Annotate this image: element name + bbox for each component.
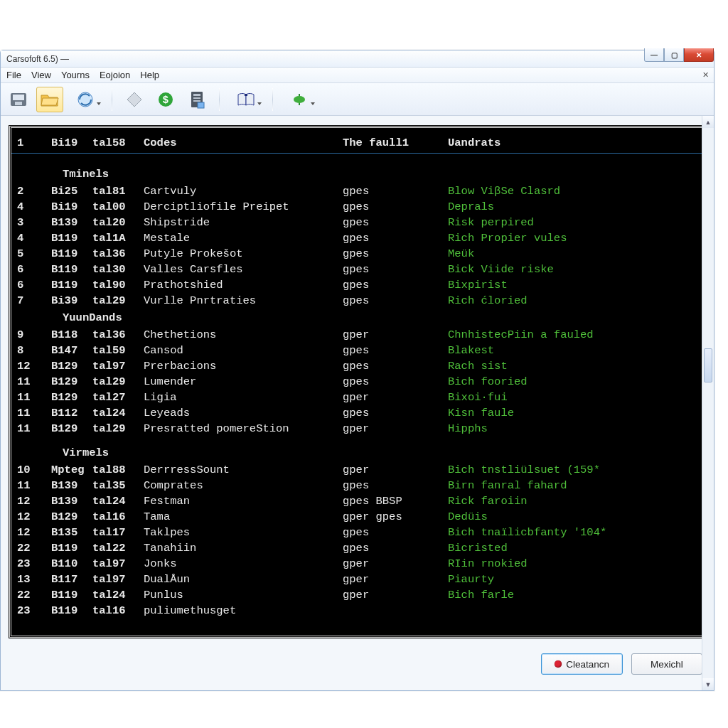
table-row[interactable]: 4B119tal1AMestalegpesRich Propier vules: [11, 230, 703, 246]
table-row[interactable]: 7Bi39tal29Vurlle PnrtratiesgpesRich ćlor…: [11, 293, 703, 309]
table-row[interactable]: 12B129tal16Tamagper gpesDedüis: [11, 509, 703, 525]
svg-rect-8: [193, 97, 200, 99]
table-row[interactable]: 6B119tal90PrathotshiedgpesBixpirist: [11, 277, 703, 293]
menu-file[interactable]: File: [4, 68, 28, 82]
cell-uandrats: Kisn faule: [448, 405, 690, 421]
cell-b: Bi19: [51, 199, 92, 215]
mex-button[interactable]: Mexichl: [631, 653, 702, 675]
table-row[interactable]: 11B129tal27LigiagperBixoi·fui: [11, 390, 703, 405]
tab-close-icon[interactable]: ✕: [700, 69, 711, 80]
cell-code: Presratted pomereStion: [144, 421, 343, 437]
table-row[interactable]: 22B119tal22TanahiingpesBicristed: [11, 540, 703, 556]
cell-index: 6: [17, 262, 51, 277]
cell-index: 23: [17, 556, 51, 572]
table-row[interactable]: 10Mptegtal88DerrressSountgperBich tnstli…: [11, 462, 703, 478]
toolbar-document-button[interactable]: [183, 87, 210, 112]
cell-t: tal29: [92, 374, 144, 390]
table-row[interactable]: 11B112tal24LeyeadsgpesKisn faule: [11, 405, 703, 421]
titlebar[interactable]: Carsofoft 6.5) — — ▢ ✕: [1, 50, 714, 68]
cell-b: B139: [51, 478, 92, 493]
table-row[interactable]: 9B118tal36ChethetionsgperChnhistecPiin a…: [11, 327, 703, 343]
cell-t: tal88: [92, 462, 144, 478]
table-row[interactable]: 12B135tal17TaklpesgpesBich tnaïlicbfanty…: [11, 525, 703, 540]
cell-code: Punlus: [144, 587, 343, 603]
cell-code: Comprates: [144, 478, 343, 493]
cell-uandrats: Bich fooried: [448, 374, 690, 390]
cell-uandrats: Birn fanral fahard: [448, 478, 690, 493]
cell-index: 12: [17, 509, 51, 525]
diamond-icon: [126, 91, 143, 108]
cell-t: tal17: [92, 525, 144, 540]
table-row[interactable]: 11B139tal35CompratesgpesBirn fanral faha…: [11, 478, 703, 493]
scroll-track[interactable]: [702, 128, 714, 678]
menu-help[interactable]: Help: [137, 68, 166, 82]
cell-uandrats: RIin rnokied: [448, 556, 690, 572]
maximize-button[interactable]: ▢: [664, 48, 684, 62]
table-row[interactable]: 5B119tal36Putyle ProkešotgpesMeük: [11, 246, 703, 262]
close-button[interactable]: ✕: [684, 48, 714, 62]
svg-rect-7: [193, 94, 200, 96]
table-row[interactable]: 12B139tal24Festmangpes BBSPRick faroiin: [11, 493, 703, 509]
cell-b: B135: [51, 525, 92, 540]
cell-uandrats: Bixoi·fui: [448, 390, 690, 405]
table-row[interactable]: 11B129tal29LumendergpesBich fooried: [11, 374, 703, 390]
scroll-down-icon[interactable]: ▼: [702, 678, 714, 690]
cell-index: 3: [17, 215, 51, 230]
menu-eojoion[interactable]: Eojoion: [97, 68, 137, 82]
cell-t: tal36: [92, 246, 144, 262]
vertical-scrollbar[interactable]: ▲ ▼: [702, 116, 714, 690]
cell-fault: gpes: [343, 246, 448, 262]
cell-uandrats: Rach sist: [448, 358, 690, 374]
scroll-thumb[interactable]: [704, 348, 712, 382]
clear-button[interactable]: Cleatancn: [541, 653, 623, 675]
cell-code: Cartvuly: [144, 183, 343, 199]
cell-b: B139: [51, 215, 92, 230]
toolbar-open-button[interactable]: [36, 87, 63, 112]
cell-uandrats: Blow ViβSe Clasrd: [448, 183, 690, 199]
toolbar-diamond-button[interactable]: [121, 87, 148, 112]
cell-code: Chethetions: [144, 327, 343, 343]
toolbar-marker-button[interactable]: [282, 87, 317, 112]
record-dot-icon: [555, 660, 562, 668]
cell-b: B119: [51, 262, 92, 277]
table-row[interactable]: 11B129tal29Presratted pomereStiongperHip…: [11, 421, 703, 437]
cell-uandrats: Hipphs: [448, 421, 690, 437]
folder-open-icon: [40, 92, 60, 107]
toolbar-book-button[interactable]: [228, 87, 264, 112]
table-row[interactable]: 23B119tal16puliumethusget: [11, 603, 703, 619]
menu-yourns[interactable]: Yourns: [58, 68, 97, 82]
marker-icon: [291, 91, 308, 108]
table-row[interactable]: 6B119tal30Valles CarsflesgpesBick Viide …: [11, 262, 703, 277]
hdr-index: 1: [17, 135, 51, 151]
cell-fault: gper: [343, 587, 448, 603]
cell-code: Prathotshied: [144, 277, 343, 293]
hdr-codes: Codes: [144, 135, 343, 151]
table-row[interactable]: 13B117tal97DualÅungperPiaurty: [11, 572, 703, 587]
cell-b: B110: [51, 556, 92, 572]
cell-code: Valles Carsfles: [144, 262, 343, 277]
toolbar-money-button[interactable]: $: [152, 87, 179, 112]
table-row[interactable]: 4Bi19tal00Derciptliofile PreipetgpesDepr…: [11, 199, 703, 215]
menu-view[interactable]: View: [28, 68, 58, 82]
scroll-up-icon[interactable]: ▲: [702, 116, 714, 128]
cell-t: tal24: [92, 405, 144, 421]
toolbar-save-button[interactable]: [5, 87, 32, 112]
table-row[interactable]: 12B129tal97PrerbacionsgpesRach sist: [11, 358, 703, 374]
cell-uandrats: Dedüis: [448, 509, 690, 525]
cell-t: tal30: [92, 262, 144, 277]
table-row[interactable]: 22B119tal24PunlusgperBich farle: [11, 587, 703, 603]
cell-fault: gper: [343, 462, 448, 478]
table-row[interactable]: 8B147tal59CansodgpesBlakest: [11, 343, 703, 358]
table-row[interactable]: 3B139tal20ShipstridegpesRisk perpired: [11, 215, 703, 230]
table-row[interactable]: 2Bi25tal81CartvulygpesBlow ViβSe Clasrd: [11, 183, 703, 199]
cell-index: 10: [17, 462, 51, 478]
table-row[interactable]: 23B110tal97JonksgperRIin rnokied: [11, 556, 703, 572]
cell-code: DerrressSount: [144, 462, 343, 478]
cell-uandrats: Bich tnstliülsuet (159*: [448, 462, 690, 478]
minimize-button[interactable]: —: [644, 48, 664, 62]
cell-b: B129: [51, 390, 92, 405]
cell-fault: gpes: [343, 540, 448, 556]
cell-b: B129: [51, 509, 92, 525]
section-header: YuunDands: [11, 309, 703, 327]
toolbar-refresh-button[interactable]: [68, 87, 103, 112]
